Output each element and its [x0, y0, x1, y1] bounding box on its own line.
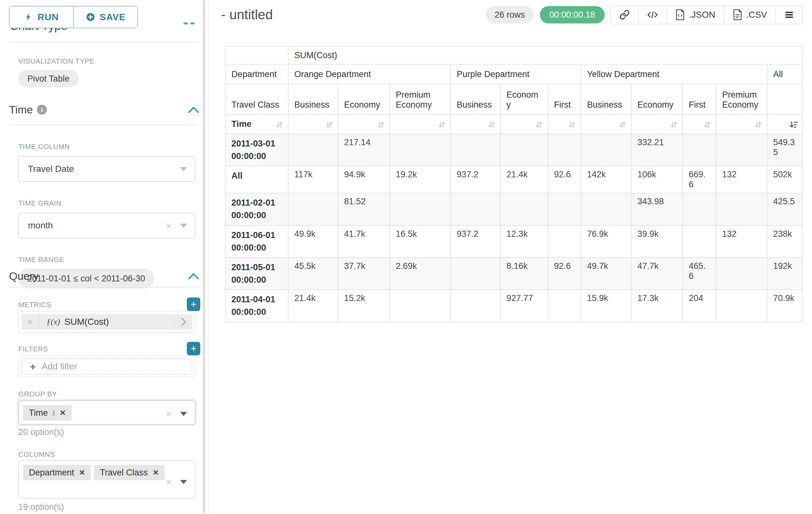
pivot-value: 45.5k	[288, 258, 338, 290]
columns-label: COLUMNS	[18, 451, 55, 459]
sort-toggle[interactable]	[631, 115, 683, 134]
pivot-value	[716, 290, 767, 322]
remove-tag-icon[interactable]: ✕	[79, 468, 85, 477]
add-filter-dropzone[interactable]: + Add filter	[22, 358, 192, 375]
group-by-label: GROUP BY	[18, 390, 57, 398]
time-column-select[interactable]: Travel Date	[18, 156, 196, 182]
pivot-value: 343.98	[631, 193, 683, 225]
clear-icon[interactable]: ×	[166, 408, 172, 420]
pivot-value	[288, 193, 338, 225]
time-section-header: Time i	[9, 104, 199, 116]
sort-icon	[534, 120, 544, 130]
row-label: All	[225, 166, 288, 193]
pivot-value	[389, 290, 451, 322]
menu-icon	[784, 10, 794, 20]
filters-field: + Add filter	[18, 355, 196, 377]
pivot-value: 937.2	[451, 166, 500, 193]
caret-down-icon[interactable]	[180, 412, 187, 416]
chevron-up-icon[interactable]	[188, 273, 199, 280]
columns-tag[interactable]: Travel Class ✕	[94, 465, 164, 480]
panel-scrollbar[interactable]	[203, 0, 205, 513]
export-json-button[interactable]: .JSON	[666, 6, 723, 24]
plus-circle-icon	[86, 12, 95, 22]
columns-select[interactable]: Department ✕ Travel Class ✕ ×	[18, 460, 196, 498]
sort-toggle[interactable]	[581, 115, 631, 134]
pivot-value: 12.3k	[500, 225, 548, 258]
travel-class-header: Business	[451, 84, 500, 115]
add-filter-button[interactable]: +	[187, 342, 200, 355]
pivot-value	[683, 134, 716, 166]
pivot-value: 238k	[767, 225, 803, 258]
pivot-value	[548, 290, 581, 322]
sort-toggle[interactable]	[389, 115, 451, 134]
remove-metric-icon[interactable]: ×	[22, 317, 39, 327]
time-row-header[interactable]: Time	[225, 115, 288, 134]
pivot-value: 669.6	[683, 166, 716, 193]
add-metric-button[interactable]: +	[187, 297, 200, 311]
tag-label: Travel Class	[100, 468, 148, 478]
travel-class-axis-label: Travel Class	[225, 84, 288, 115]
json-file-icon	[675, 9, 685, 20]
pivot-value: 117k	[288, 166, 338, 193]
department-group-header: Orange Department	[288, 64, 451, 84]
pivot-value: 927.77	[500, 290, 548, 322]
info-icon: i	[53, 409, 55, 417]
row-label: 2011-04-01 00:00:00	[225, 290, 288, 322]
save-button[interactable]: SAVE	[73, 6, 137, 28]
pivot-value: 937.2	[451, 225, 500, 258]
time-range-label: TIME RANGE	[18, 256, 64, 264]
metric-pill[interactable]: × ƒ(x) SUM(Cost)	[22, 314, 192, 330]
sort-row: Time	[225, 115, 803, 134]
pivot-value: 425.5	[767, 193, 803, 225]
sort-icon	[617, 120, 627, 130]
pivot-value: 106k	[631, 166, 683, 193]
export-csv-button[interactable]: .CSV	[724, 6, 775, 24]
run-button[interactable]: RUN	[10, 6, 73, 28]
clear-icon[interactable]: ×	[166, 220, 172, 232]
all-column-header: All	[767, 64, 803, 84]
remove-tag-icon[interactable]: ✕	[60, 409, 66, 417]
visualization-type-pill[interactable]: Pivot Table	[18, 70, 79, 87]
embed-code-button[interactable]	[638, 6, 666, 24]
pivot-value: 49.7k	[581, 258, 631, 290]
pivot-value: 217.14	[338, 134, 389, 166]
group-by-tag[interactable]: Time i ✕	[23, 405, 71, 421]
info-icon: i	[37, 105, 47, 115]
clear-icon[interactable]: ×	[166, 476, 172, 488]
row-label: 2011-02-01 00:00:00	[225, 193, 288, 225]
group-by-select[interactable]: Time i ✕ ×	[18, 400, 196, 425]
sort-toggle[interactable]	[716, 115, 767, 134]
travel-class-header: Premium Economy	[389, 84, 451, 115]
sort-toggle[interactable]	[548, 115, 581, 134]
sort-toggle[interactable]	[338, 115, 389, 134]
caret-down-icon[interactable]	[180, 167, 187, 171]
table-row: 2011-04-01 00:00:0021.4k15.2k927.7715.9k…	[225, 290, 803, 322]
time-column-value: Travel Date	[28, 164, 74, 174]
row-label: 2011-05-01 00:00:00	[225, 258, 288, 290]
time-label: Time	[231, 119, 252, 129]
chevron-up-icon[interactable]	[188, 106, 199, 113]
pivot-value	[581, 134, 631, 166]
sort-toggle[interactable]	[683, 115, 716, 134]
csv-file-icon	[733, 9, 742, 20]
columns-tag[interactable]: Department ✕	[23, 465, 91, 480]
caret-down-icon[interactable]	[180, 480, 187, 484]
function-icon: ƒ(x)	[47, 317, 60, 327]
pivot-value	[451, 134, 500, 166]
tag-label: Time	[29, 408, 48, 418]
pivot-table-container: SUM(Cost) Department Orange Department P…	[225, 46, 803, 322]
sort-icon	[376, 120, 385, 130]
caret-down-icon[interactable]	[180, 224, 187, 228]
pivot-value: 21.4k	[500, 166, 548, 193]
sort-toggle[interactable]	[288, 115, 338, 134]
clipped-icon	[190, 23, 195, 24]
more-options-button[interactable]	[775, 6, 802, 24]
time-grain-select[interactable]: month ×	[18, 213, 196, 238]
sort-toggle[interactable]	[451, 115, 500, 134]
chevron-right-icon[interactable]	[174, 317, 192, 326]
result-toolbar: 26 rows 00:00:00.18 .JSON .CSV	[486, 5, 803, 24]
sort-toggle[interactable]	[767, 115, 803, 134]
remove-tag-icon[interactable]: ✕	[152, 468, 158, 477]
sort-toggle[interactable]	[500, 115, 548, 134]
share-link-button[interactable]	[611, 6, 638, 24]
